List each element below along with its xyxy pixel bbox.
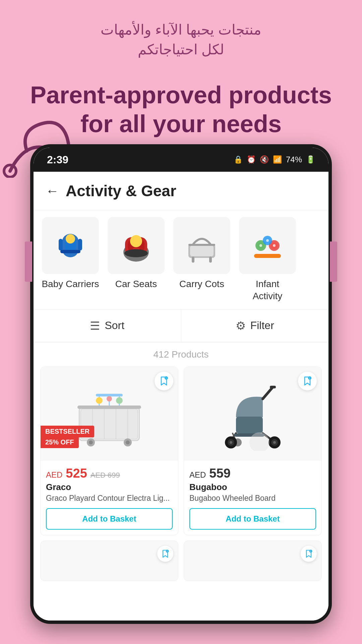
product-brand-graco: Graco <box>46 482 173 492</box>
category-carry-cots[interactable]: Carry Cots <box>172 217 232 303</box>
status-time: 2:39 <box>47 154 68 166</box>
svg-rect-18 <box>254 254 281 258</box>
svg-text:i: i <box>167 550 168 552</box>
playard-image <box>72 377 146 451</box>
svg-rect-4 <box>59 239 63 251</box>
phone-power-button <box>330 241 337 282</box>
svg-rect-47 <box>77 406 141 409</box>
svg-text:i: i <box>166 377 167 379</box>
sort-button[interactable]: ☰ Sort <box>34 310 181 342</box>
wifi-icon: 📶 <box>273 155 282 164</box>
svg-point-27 <box>266 239 269 242</box>
carry-cots-icon-box <box>173 217 230 274</box>
infant-activity-icon <box>249 227 286 264</box>
alarm-icon: ⏰ <box>247 155 256 164</box>
svg-rect-6 <box>60 250 80 253</box>
product-card-bugaboo: i <box>184 367 322 535</box>
svg-point-39 <box>126 440 130 444</box>
car-seats-label: Car Seats <box>115 278 157 290</box>
svg-text:i: i <box>310 550 311 552</box>
filter-label: Filter <box>250 319 274 332</box>
infant-activity-icon-box <box>239 217 296 274</box>
product-info-bugaboo: AED 559 Bugaboo Bugaboo Wheeled Board Ad… <box>184 461 321 535</box>
svg-point-10 <box>130 235 142 247</box>
baby-carriers-label: Baby Carriers <box>42 278 99 290</box>
svg-point-45 <box>107 396 112 401</box>
product-name-bugaboo: Bugaboo Wheeled Board <box>189 494 316 503</box>
add-to-basket-bugaboo[interactable]: Add to Basket <box>189 508 316 530</box>
category-baby-carriers[interactable]: Baby Carriers <box>40 217 101 303</box>
carry-cots-label: Carry Cots <box>179 278 224 290</box>
svg-rect-40 <box>96 394 123 396</box>
product-card-partial-1: i <box>40 541 178 581</box>
sort-icon: ☰ <box>90 319 100 332</box>
sort-filter-bar: ☰ Sort ⚙ Filter <box>34 310 328 342</box>
price-amount: 525 <box>66 466 87 481</box>
phone-volume-button <box>25 241 32 282</box>
battery-level: 74% <box>286 155 302 164</box>
bookmark-button-partial-1[interactable]: i <box>157 546 173 562</box>
infant-activity-label: InfantActivity <box>253 278 283 303</box>
price-amount-bugaboo: 559 <box>209 466 230 481</box>
discount-badge: 25% OFF <box>41 436 79 448</box>
category-infant-activity[interactable]: InfantActivity <box>237 217 298 303</box>
back-button[interactable]: ← <box>46 183 59 199</box>
svg-point-44 <box>96 397 103 404</box>
products-grid: i <box>34 367 328 535</box>
category-car-seats[interactable]: Car Seats <box>106 217 166 303</box>
svg-point-62 <box>234 438 242 446</box>
battery-icon: 🔋 <box>306 155 315 164</box>
svg-point-12 <box>124 249 148 257</box>
product-price-bugaboo: AED 559 <box>189 466 316 481</box>
bookmark-icon-bugaboo: i <box>302 376 313 386</box>
app-header: ← Activity & Gear <box>34 172 328 210</box>
products-grid-bottom: i i <box>34 541 328 581</box>
products-count: 412 Products <box>34 342 328 367</box>
bookmark-icon-partial-1: i <box>161 549 170 558</box>
add-to-basket-graco[interactable]: Add to Basket <box>46 508 173 530</box>
product-brand-bugaboo: Bugaboo <box>189 482 316 492</box>
svg-point-25 <box>259 244 262 247</box>
svg-point-26 <box>273 244 276 247</box>
product-image-bugaboo: i <box>184 367 321 461</box>
product-card-graco: i <box>40 367 178 535</box>
svg-rect-5 <box>78 239 82 251</box>
stroller-image <box>216 377 290 451</box>
sort-label: Sort <box>105 319 124 332</box>
svg-rect-15 <box>192 257 194 263</box>
filter-button[interactable]: ⚙ Filter <box>181 310 329 342</box>
svg-rect-14 <box>190 246 214 256</box>
svg-line-51 <box>263 387 273 399</box>
page-title: Activity & Gear <box>66 182 176 200</box>
product-image-graco: i <box>41 367 178 461</box>
status-icons: 🔒 ⏰ 🔇 📶 74% 🔋 <box>234 155 315 164</box>
carry-cots-icon <box>183 227 220 264</box>
baby-carriers-icon <box>52 227 89 264</box>
bookmark-button-bugaboo[interactable]: i <box>298 372 317 390</box>
svg-rect-50 <box>236 417 263 433</box>
svg-point-37 <box>89 440 93 444</box>
baby-carriers-icon-box <box>42 217 99 274</box>
svg-point-46 <box>116 397 123 404</box>
lock-icon: 🔒 <box>234 155 243 164</box>
price-original: AED 699 <box>90 471 120 480</box>
mute-icon: 🔇 <box>260 155 269 164</box>
bookmark-button-graco[interactable]: i <box>155 372 173 390</box>
bookmark-button-partial-2[interactable]: i <box>301 546 317 562</box>
arabic-text: منتجات يحبها الآباء والأمهات لكل احتياجا… <box>0 20 362 60</box>
svg-rect-17 <box>188 244 215 246</box>
bookmark-icon-partial-2: i <box>304 549 313 558</box>
price-currency: AED <box>46 470 62 480</box>
price-currency-bugaboo: AED <box>189 470 206 480</box>
product-price-graco: AED 525 AED 699 <box>46 466 173 481</box>
status-bar: 2:39 🔒 ⏰ 🔇 📶 74% 🔋 <box>34 148 328 172</box>
bookmark-icon: i <box>159 376 169 386</box>
bestseller-badge: BESTSELLER <box>41 426 94 437</box>
english-headline: Parent-approved products for all your ne… <box>0 80 362 139</box>
car-seats-icon-box <box>108 217 165 274</box>
phone-frame: 2:39 🔒 ⏰ 🔇 📶 74% 🔋 ← Activity & Gear <box>30 144 332 624</box>
svg-rect-16 <box>209 257 212 263</box>
product-info-graco: AED 525 AED 699 Graco Graco Playard Cont… <box>41 461 178 535</box>
product-name-graco: Graco Playard Contour Electra Lig... <box>46 494 173 503</box>
filter-icon: ⚙ <box>236 319 246 332</box>
